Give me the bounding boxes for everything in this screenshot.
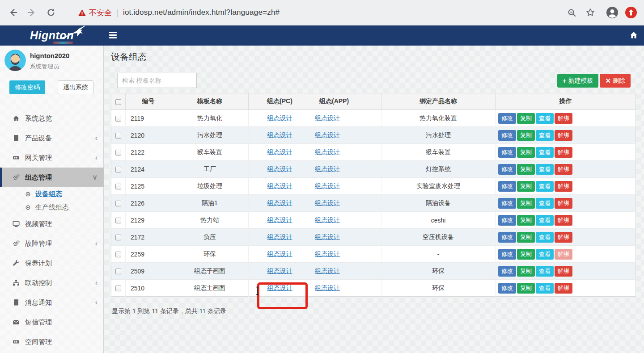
app-config-design-link[interactable]: 组态设计 (315, 131, 340, 139)
view-button[interactable]: 查看 (536, 198, 554, 209)
view-button[interactable]: 查看 (536, 181, 554, 192)
unbind-button[interactable]: 解绑 (555, 198, 572, 209)
select-all-checkbox[interactable] (115, 99, 121, 105)
edit-button[interactable]: 修改 (498, 198, 516, 209)
browser-profile-icon[interactable] (606, 7, 618, 18)
unbind-button[interactable]: 解绑 (555, 181, 572, 192)
view-button[interactable]: 查看 (536, 266, 554, 277)
row-checkbox[interactable] (115, 133, 121, 139)
edit-button[interactable]: 修改 (498, 232, 516, 243)
view-button[interactable]: 查看 (536, 164, 554, 175)
copy-button[interactable]: 复制 (517, 130, 535, 141)
unbind-button[interactable]: 解绑 (555, 130, 572, 141)
copy-button[interactable]: 复制 (517, 249, 535, 260)
row-checkbox[interactable] (115, 116, 121, 122)
unbind-button[interactable]: 解绑 (555, 164, 572, 175)
unbind-button[interactable]: 解绑 (555, 113, 572, 124)
edit-button[interactable]: 修改 (498, 283, 516, 294)
view-button[interactable]: 查看 (536, 232, 554, 243)
edit-button[interactable]: 修改 (498, 181, 516, 192)
row-checkbox[interactable] (115, 269, 121, 274)
pc-config-design-link[interactable]: 组态设计 (267, 114, 292, 122)
unbind-button[interactable]: 解绑 (555, 283, 572, 294)
delete-button[interactable]: ✕删除 (600, 74, 631, 88)
sidebar-item-消息通知[interactable]: 消息通知‹ (0, 293, 104, 312)
pc-config-design-link[interactable]: 组态设计 (267, 284, 292, 291)
pc-config-design-link[interactable]: 组态设计 (267, 131, 292, 139)
row-checkbox[interactable] (115, 184, 121, 189)
view-button[interactable]: 查看 (536, 283, 554, 294)
pc-config-design-link[interactable]: 组态设计 (267, 267, 292, 274)
row-checkbox[interactable] (115, 150, 121, 155)
copy-button[interactable]: 复制 (517, 147, 535, 158)
view-button[interactable]: 查看 (536, 113, 554, 124)
sidebar-item-网关管理[interactable]: 网关管理‹ (0, 148, 104, 168)
logout-button[interactable]: 退出系统 (58, 80, 93, 94)
app-config-design-link[interactable]: 组态设计 (315, 165, 340, 172)
edit-button[interactable]: 修改 (498, 113, 516, 124)
url-bar[interactable]: iot.idosp.net/admin/index.html?language=… (123, 8, 280, 17)
pc-config-design-link[interactable]: 组态设计 (267, 199, 292, 206)
edit-button[interactable]: 修改 (498, 164, 516, 175)
copy-button[interactable]: 复制 (517, 164, 535, 175)
unbind-button[interactable]: 解绑 (555, 215, 572, 226)
unbind-button[interactable]: 解绑 (555, 249, 572, 260)
pc-config-design-link[interactable]: 组态设计 (267, 165, 292, 172)
edit-button[interactable]: 修改 (498, 266, 516, 277)
sidebar-item-产品设备[interactable]: 产品设备‹ (0, 128, 104, 148)
row-checkbox[interactable] (115, 167, 121, 172)
sidebar-item-设备组态[interactable]: 设备组态 (0, 187, 104, 201)
app-config-design-link[interactable]: 组态设计 (315, 148, 340, 155)
edit-button[interactable]: 修改 (498, 215, 516, 226)
unbind-button[interactable]: 解绑 (555, 232, 572, 243)
app-config-design-link[interactable]: 组态设计 (315, 233, 340, 240)
new-template-button[interactable]: +新建模板 (557, 74, 599, 88)
copy-button[interactable]: 复制 (517, 232, 535, 243)
back-icon[interactable] (8, 8, 18, 17)
zoom-out-icon[interactable] (568, 8, 576, 17)
edit-button[interactable]: 修改 (498, 249, 516, 260)
pc-config-design-link[interactable]: 组态设计 (267, 250, 292, 257)
view-button[interactable]: 查看 (536, 249, 554, 260)
sidebar-item-联动控制[interactable]: 联动控制‹ (0, 273, 104, 293)
row-checkbox[interactable] (115, 218, 121, 223)
app-config-design-link[interactable]: 组态设计 (315, 284, 340, 291)
pc-config-design-link[interactable]: 组态设计 (267, 182, 292, 189)
sidebar-item-视频管理[interactable]: 视频管理 (0, 214, 104, 234)
security-warning-label[interactable]: 不安全 (89, 8, 112, 18)
search-input[interactable] (117, 73, 197, 88)
copy-button[interactable]: 复制 (517, 181, 535, 192)
change-password-button[interactable]: 修改密码 (9, 80, 45, 94)
pc-config-design-link[interactable]: 组态设计 (267, 148, 292, 155)
row-checkbox[interactable] (115, 252, 121, 257)
user-avatar[interactable] (4, 50, 26, 71)
sidebar-item-短信管理[interactable]: 短信管理 (0, 312, 104, 332)
sidebar-item-生产线组态[interactable]: 生产线组态 (0, 201, 104, 214)
edit-button[interactable]: 修改 (498, 130, 516, 141)
app-config-design-link[interactable]: 组态设计 (315, 182, 340, 189)
pc-config-design-link[interactable]: 组态设计 (267, 233, 292, 240)
bookmark-star-icon[interactable] (586, 8, 595, 17)
app-config-design-link[interactable]: 组态设计 (315, 199, 340, 206)
pc-config-design-link[interactable]: 组态设计 (267, 216, 292, 223)
sidebar-item-系统总览[interactable]: 系统总览 (0, 109, 104, 128)
copy-button[interactable]: 复制 (517, 283, 535, 294)
copy-button[interactable]: 复制 (517, 266, 535, 277)
view-button[interactable]: 查看 (536, 130, 554, 141)
forward-icon[interactable] (27, 8, 37, 17)
app-config-design-link[interactable]: 组态设计 (315, 267, 340, 274)
view-button[interactable]: 查看 (536, 147, 554, 158)
copy-button[interactable]: 复制 (517, 198, 535, 209)
refresh-icon[interactable] (47, 8, 55, 17)
copy-button[interactable]: 复制 (517, 215, 535, 226)
unbind-button[interactable]: 解绑 (555, 266, 572, 277)
home-icon[interactable] (630, 31, 638, 41)
app-config-design-link[interactable]: 组态设计 (315, 216, 340, 223)
copy-button[interactable]: 复制 (517, 113, 535, 124)
sidebar-item-组态管理[interactable]: 组态管理∨ (0, 168, 104, 187)
sidebar-item-保养计划[interactable]: 保养计划 (0, 253, 104, 273)
browser-update-icon[interactable] (625, 7, 637, 18)
unbind-button[interactable]: 解绑 (555, 147, 572, 158)
row-checkbox[interactable] (115, 286, 121, 291)
edit-button[interactable]: 修改 (498, 147, 516, 158)
